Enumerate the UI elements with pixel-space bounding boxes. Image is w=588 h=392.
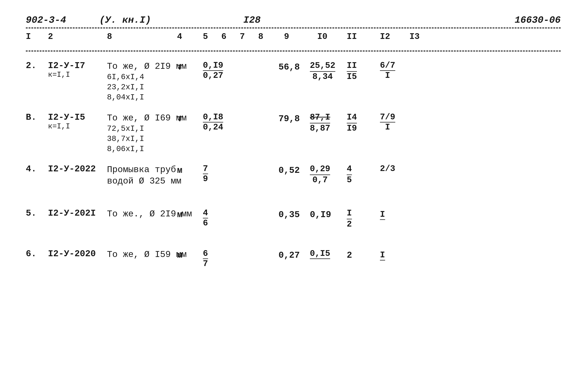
- header-center-left: (У. кн.I): [99, 15, 151, 26]
- row-frac-4: 4 6: [203, 208, 208, 228]
- row-frac-3: 7 9: [203, 164, 208, 184]
- row-unit-4: м: [177, 210, 182, 220]
- dashed-line-1: [26, 28, 561, 28]
- row-num-3: 4.: [26, 164, 36, 174]
- row-num-5: 6.: [26, 249, 36, 259]
- col-header-11: II: [347, 32, 357, 42]
- row-desc-3: Промывка труб водой Ø 325 мм: [107, 164, 181, 187]
- table-row: 5. I2-У-202I То же., Ø 2I9 мм м 4 6 0,35…: [26, 208, 561, 234]
- row-col9-1: 56,8: [279, 62, 300, 72]
- row-code-2: I2-У-I5 к=I,I: [48, 112, 85, 130]
- row-col9-2: 79,8: [279, 114, 300, 124]
- table-row: 2. I2-У-I7 к=I,I То же, Ø 2I9 мм 6I,6хI,…: [26, 61, 561, 98]
- col-header-5: 5: [203, 32, 208, 42]
- row-col11-1: II I5: [347, 61, 357, 82]
- row-code-3: I2-У-2022: [48, 164, 96, 174]
- row-col11-3: 4 5: [347, 164, 352, 185]
- row-col10-3: 0,29 0,7: [310, 164, 330, 185]
- row-code-1: I2-У-I7 к=I,I: [48, 61, 85, 79]
- col-header-1: I: [26, 32, 31, 42]
- row-desc-1: То же, Ø 2I9 мм 6I,6хI,4 23,2хI,I 8,04хI…: [107, 61, 187, 102]
- row-col10-4: 0,I9: [310, 210, 331, 220]
- row-frac-5: 6 7: [203, 249, 208, 268]
- row-unit-3: м: [177, 166, 182, 176]
- row-col11-4: I 2: [347, 208, 352, 230]
- col-header-6: 6: [221, 32, 226, 42]
- row-col12-5: I: [380, 250, 385, 260]
- row-col9-3: 0,52: [279, 166, 300, 176]
- row-unit-2: т: [177, 114, 182, 124]
- col-header-13: I3: [410, 32, 420, 42]
- row-col9-4: 0,35: [279, 210, 300, 220]
- row-code-4: I2-У-202I: [48, 208, 96, 218]
- row-code-5: I2-У-2020: [48, 249, 96, 259]
- row-frac-1: 0,I9 0,27: [203, 61, 223, 80]
- row-col12-4: I: [380, 210, 385, 220]
- row-col12-3: 2/3: [380, 164, 395, 174]
- column-headers: I 2 8 4 5 6 7 8 9 I0 II I2 I3: [26, 30, 561, 43]
- table-row: 6. I2-У-2020 То же, Ø I59 мм м 6 7 0,27 …: [26, 249, 561, 275]
- row-frac-2: 0,I8 0,24: [203, 112, 223, 132]
- row-col12-1: 6/7 I: [380, 61, 395, 80]
- table-row: B. I2-У-I5 к=I,I То же, Ø I69 мм 72,5хI,…: [26, 112, 561, 149]
- row-num-2: B.: [26, 112, 36, 122]
- header-left: 902-3-4: [26, 15, 66, 26]
- table-row: 4. I2-У-2022 Промывка труб водой Ø 325 м…: [26, 164, 561, 194]
- dashed-line-2: [26, 50, 561, 52]
- row-desc-5: То же, Ø I59 мм: [107, 249, 187, 260]
- row-col11-2: I4 I9: [347, 112, 357, 134]
- row-unit-1: т: [177, 62, 182, 72]
- col-header-12: I2: [380, 32, 390, 42]
- row-col10-2: 87,I 8,87: [310, 112, 330, 134]
- row-num-4: 5.: [26, 208, 36, 218]
- row-col10-5: 0,I5: [310, 249, 330, 259]
- col-header-7: 7: [240, 32, 245, 42]
- row-col10-1: 25,52 8,34: [310, 61, 335, 82]
- header-center: I28: [243, 15, 261, 26]
- row-col12-2: 7/9 I: [380, 112, 395, 132]
- row-num-1: 2.: [26, 61, 36, 71]
- col-header-4: 4: [177, 32, 182, 42]
- row-col9-5: 0,27: [279, 250, 300, 260]
- col-header-9: 9: [284, 32, 289, 42]
- col-header-2: 2: [48, 32, 53, 42]
- row-unit-5: м: [177, 250, 182, 260]
- col-header-3: 8: [107, 32, 112, 42]
- row-desc-2: То же, Ø I69 мм 72,5хI,I 38,7хI,I 8,06хI…: [107, 112, 187, 154]
- col-header-10: I0: [317, 32, 327, 42]
- row-col11-5: 2: [347, 250, 352, 260]
- col-header-8: 8: [258, 32, 263, 42]
- header-right: 16630-06: [515, 15, 561, 26]
